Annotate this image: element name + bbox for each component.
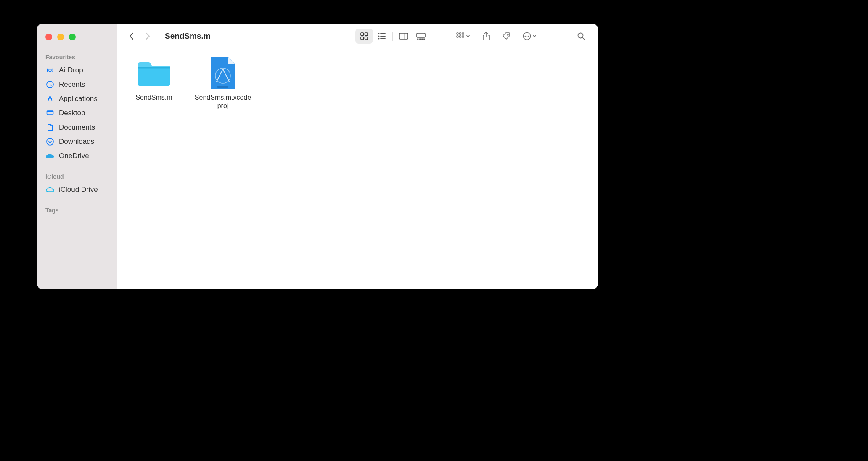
window-title: SendSms.m [165, 32, 211, 41]
file-label: SendSms.m.xcodeproj [194, 93, 251, 110]
svg-rect-5 [361, 33, 364, 36]
sidebar-item-label: iCloud Drive [59, 185, 98, 194]
search-button[interactable] [573, 29, 590, 44]
svg-rect-7 [361, 37, 364, 40]
sidebar-item-label: Documents [59, 123, 95, 132]
sidebar-item-downloads[interactable]: Downloads [37, 135, 117, 149]
svg-point-10 [378, 36, 380, 37]
sidebar-item-onedrive[interactable]: OneDrive [37, 149, 117, 163]
svg-rect-15 [399, 33, 408, 39]
chevron-down-icon [532, 34, 537, 38]
applications-icon [45, 94, 55, 103]
fullscreen-button[interactable] [69, 34, 76, 40]
icon-view-button[interactable] [355, 29, 373, 44]
sidebar-item-label: Desktop [59, 109, 85, 117]
action-menu-button[interactable] [518, 29, 541, 44]
chevron-down-icon [466, 34, 470, 38]
share-button[interactable] [478, 29, 495, 44]
group-by-button[interactable] [452, 29, 474, 44]
close-button[interactable] [45, 34, 52, 40]
desktop-icon [45, 109, 55, 118]
clock-icon [45, 80, 55, 89]
minimize-button[interactable] [57, 34, 64, 40]
svg-line-35 [582, 37, 585, 40]
file-item-folder[interactable]: SendSms.m [125, 56, 183, 110]
svg-rect-19 [417, 39, 419, 40]
tags-button[interactable] [498, 29, 515, 44]
onedrive-icon [45, 151, 55, 161]
svg-rect-18 [417, 33, 425, 37]
sidebar-item-recents[interactable]: Recents [37, 77, 117, 92]
sidebar-item-label: Downloads [59, 138, 94, 146]
sidebar-item-label: AirDrop [59, 66, 83, 74]
gallery-view-button[interactable] [412, 29, 430, 44]
svg-point-0 [49, 69, 51, 72]
forward-button[interactable] [141, 30, 154, 42]
svg-rect-3 [47, 111, 53, 112]
download-icon [45, 137, 55, 146]
toolbar: SendSms.m [117, 24, 598, 49]
back-button[interactable] [125, 30, 138, 42]
svg-rect-24 [460, 33, 461, 34]
svg-rect-21 [421, 39, 423, 40]
sidebar-item-label: Applications [59, 95, 98, 103]
main-area: SendSms.m [117, 24, 598, 289]
svg-rect-23 [457, 33, 458, 34]
file-grid[interactable]: SendSms.m SendSms.m.xcodeproj [117, 49, 598, 289]
svg-point-29 [507, 34, 508, 35]
svg-rect-27 [460, 36, 461, 37]
sidebar-section-header: Favourites [37, 54, 117, 63]
svg-point-9 [378, 33, 380, 34]
svg-rect-22 [423, 39, 425, 40]
cloud-icon [45, 185, 55, 194]
svg-point-11 [378, 38, 380, 40]
sidebar-item-label: Recents [59, 80, 85, 89]
airdrop-icon [45, 66, 55, 75]
svg-rect-28 [462, 36, 464, 37]
sidebar-item-airdrop[interactable]: AirDrop [37, 63, 117, 77]
sidebar-section-header: Tags [37, 207, 117, 216]
svg-rect-36 [138, 67, 170, 69]
sidebar-item-label: OneDrive [59, 152, 89, 160]
svg-rect-26 [457, 36, 458, 37]
svg-rect-8 [365, 37, 368, 40]
svg-rect-25 [462, 33, 464, 34]
svg-point-31 [525, 36, 526, 37]
sidebar-item-icloud-drive[interactable]: iCloud Drive [37, 183, 117, 197]
xcode-project-icon [204, 56, 241, 91]
window-controls [37, 34, 117, 40]
svg-rect-38 [217, 86, 228, 88]
sidebar-item-documents[interactable]: Documents [37, 120, 117, 135]
sidebar: Favourites AirDrop Recents Applications … [37, 24, 117, 289]
document-icon [45, 123, 55, 132]
file-label: SendSms.m [135, 93, 172, 102]
sidebar-item-desktop[interactable]: Desktop [37, 106, 117, 120]
file-item-xcodeproj[interactable]: SendSms.m.xcodeproj [194, 56, 251, 110]
svg-point-33 [528, 36, 529, 37]
svg-rect-6 [365, 33, 368, 36]
finder-window: Favourites AirDrop Recents Applications … [37, 24, 598, 289]
toolbar-divider [392, 32, 393, 41]
svg-point-32 [527, 36, 528, 37]
sidebar-item-applications[interactable]: Applications [37, 92, 117, 106]
column-view-button[interactable] [394, 29, 412, 44]
folder-icon [135, 56, 172, 91]
sidebar-section-header: iCloud [37, 173, 117, 183]
list-view-button[interactable] [373, 29, 391, 44]
svg-rect-20 [419, 39, 421, 40]
view-switcher [355, 29, 430, 44]
